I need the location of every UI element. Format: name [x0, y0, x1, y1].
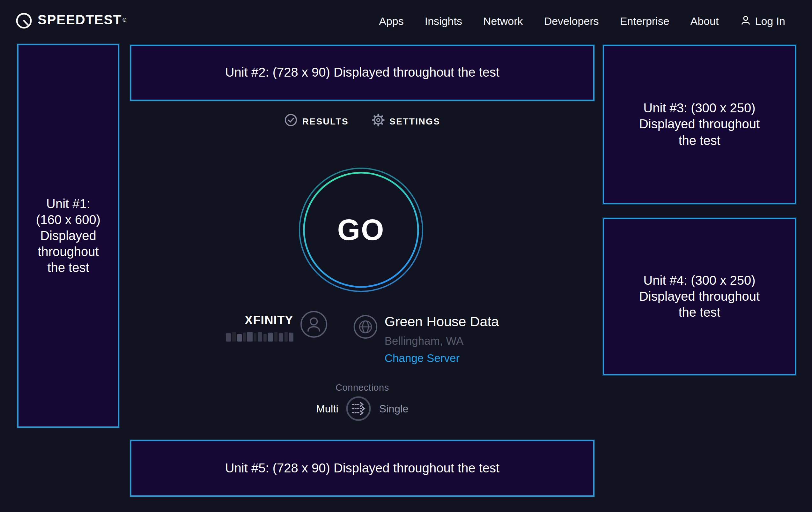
- nav-item-insights[interactable]: Insights: [425, 16, 462, 26]
- brand-name: SPEEDTEST®: [38, 10, 127, 28]
- speedtest-page: SPEEDTEST® Apps Insights Network Develop…: [0, 0, 812, 512]
- ad-unit-4-text: Unit #4: (300 x 250) Displayed throughou…: [639, 272, 760, 321]
- nav-item-developers[interactable]: Developers: [544, 16, 599, 26]
- login-label: Log In: [755, 16, 785, 26]
- server-location: Bellingham, WA: [385, 335, 499, 347]
- login-button[interactable]: Log In: [740, 15, 785, 28]
- gear-icon: [372, 114, 384, 129]
- connections-label: Connections: [130, 382, 594, 393]
- speedometer-gauge-icon: [15, 10, 32, 32]
- ad-unit-2-text: Unit #2: (728 x 90) Displayed throughout…: [225, 65, 500, 81]
- go-button-label: GO: [294, 163, 428, 297]
- tab-settings-label: SETTINGS: [389, 116, 440, 127]
- server-block: Green House Data Bellingham, WA Change S…: [385, 310, 499, 365]
- isp-block: XFINITY: [226, 314, 293, 365]
- trademark-symbol: ®: [122, 17, 126, 23]
- ad-unit-2-leaderboard: Unit #2: (728 x 90) Displayed throughout…: [130, 45, 594, 101]
- nav-links: Apps Insights Network Developers Enterpr…: [379, 15, 785, 28]
- connections-option-single[interactable]: Single: [379, 403, 409, 415]
- ad-unit-5-text: Unit #5: (728 x 90) Displayed throughout…: [225, 460, 500, 476]
- connections-toggle-row: Multi Single: [130, 396, 594, 421]
- server-name: Green House Data: [385, 315, 499, 329]
- connections-option-multi[interactable]: Multi: [316, 403, 338, 415]
- nav-item-enterprise[interactable]: Enterprise: [620, 16, 669, 26]
- ad-unit-3-text: Unit #3: (300 x 250) Displayed throughou…: [639, 100, 760, 149]
- isp-name: XFINITY: [226, 314, 293, 327]
- results-settings-tabs: RESULTS SETTINGS: [130, 114, 594, 129]
- user-icon: [740, 15, 751, 28]
- ad-unit-3-rectangle: Unit #3: (300 x 250) Displayed throughou…: [603, 45, 796, 204]
- top-navigation-bar: SPEEDTEST® Apps Insights Network Develop…: [0, 0, 812, 42]
- server-globe-icon: [353, 315, 378, 365]
- isp-user-icon: [300, 310, 328, 365]
- speedtest-logo[interactable]: SPEEDTEST®: [15, 10, 127, 32]
- tab-results-label: RESULTS: [302, 116, 349, 127]
- ad-unit-1-skyscraper: Unit #1: (160 x 600) Displayed throughou…: [17, 44, 119, 428]
- isp-details-censored: [226, 332, 293, 342]
- ad-unit-1-text: Unit #1: (160 x 600) Displayed throughou…: [36, 196, 100, 276]
- tab-settings[interactable]: SETTINGS: [372, 114, 440, 129]
- connections-toggle-button[interactable]: [346, 396, 372, 421]
- change-server-link[interactable]: Change Server: [385, 353, 460, 364]
- nav-item-network[interactable]: Network: [483, 16, 523, 26]
- check-circle-icon: [285, 114, 297, 129]
- nav-item-apps[interactable]: Apps: [379, 16, 404, 26]
- nav-item-about[interactable]: About: [691, 16, 719, 26]
- ad-unit-4-rectangle: Unit #4: (300 x 250) Displayed throughou…: [603, 218, 796, 375]
- go-button[interactable]: GO: [294, 163, 428, 297]
- spacer: [328, 310, 353, 365]
- connection-info-row: XFINITY Green House Data Bellingham, WA …: [130, 310, 594, 365]
- ad-unit-5-leaderboard: Unit #5: (728 x 90) Displayed throughout…: [130, 440, 594, 497]
- tab-results[interactable]: RESULTS: [285, 114, 349, 129]
